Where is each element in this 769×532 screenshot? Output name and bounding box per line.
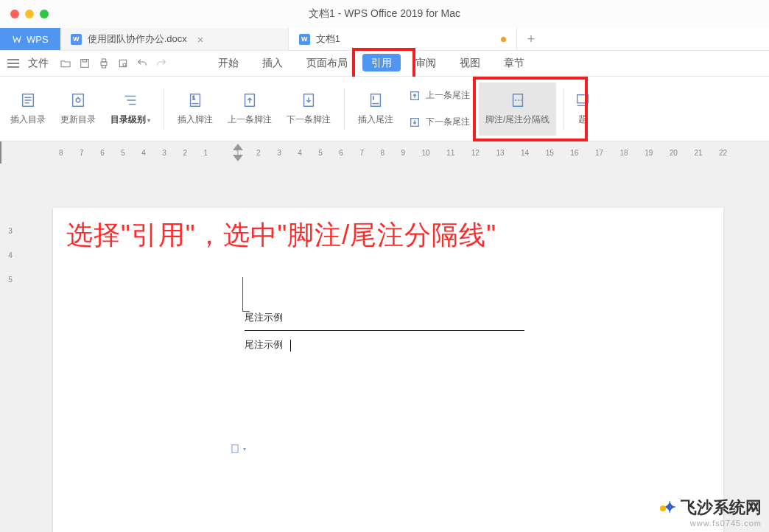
endnote-text: 尾注示例: [245, 338, 532, 351]
svg-rect-0: [81, 60, 89, 68]
menu-start[interactable]: 开始: [209, 54, 247, 73]
hamburger-icon[interactable]: [7, 59, 19, 68]
document-tab-active[interactable]: W 文档1: [289, 28, 517, 50]
caption-icon: [572, 91, 593, 109]
menu-view[interactable]: 视图: [451, 54, 489, 73]
document-tab[interactable]: W 使用团队协作办公.docx ×: [60, 28, 289, 50]
btn-label: 上一条脚注: [228, 113, 272, 126]
svg-text:1: 1: [192, 95, 195, 100]
watermark-text: 飞沙系统网: [681, 497, 762, 519]
prev-footnote-icon: [239, 91, 260, 109]
svg-point-6: [123, 63, 126, 66]
separator: [344, 88, 345, 130]
btn-label: 目录级别▾: [110, 113, 150, 126]
title-bar: 文档1 - WPS Office 2019 for Mac: [0, 0, 769, 28]
window-title: 文档1 - WPS Office 2019 for Mac: [309, 7, 460, 21]
close-window-icon[interactable]: [10, 10, 19, 18]
menu-bar: 文件 开始 插入 页面布局 引用 审阅 视图 章节: [0, 50, 769, 77]
svg-rect-3: [102, 59, 105, 62]
anchor-icon[interactable]: ▾: [230, 444, 246, 454]
wps-logo-icon: [12, 34, 22, 44]
endnote-text: 尾注示例: [245, 311, 532, 324]
btn-label: 下一条尾注: [426, 116, 470, 128]
doc-icon: W: [299, 34, 310, 45]
btn-label: 下一条脚注: [287, 113, 331, 126]
svg-rect-27: [577, 95, 589, 103]
document-page[interactable]: 尾注示例 尾注示例 ▾: [53, 208, 723, 532]
document-tabs: WPS W 使用团队协作办公.docx × W 文档1 +: [0, 28, 769, 50]
save-icon[interactable]: [78, 57, 91, 70]
update-toc-button[interactable]: 更新目录: [55, 83, 102, 136]
prev-footnote-button[interactable]: 上一条脚注: [222, 83, 278, 136]
menu-chapter[interactable]: 章节: [495, 54, 533, 73]
caption-button[interactable]: 题: [572, 83, 594, 136]
toc-icon: [18, 91, 38, 109]
btn-label: 脚注/尾注分隔线: [485, 113, 549, 126]
menu-review[interactable]: 审阅: [407, 54, 445, 73]
vertical-ruler: 345: [0, 164, 21, 532]
btn-label: 插入尾注: [358, 113, 393, 126]
next-footnote-button[interactable]: 下一条脚注: [281, 83, 337, 136]
watermark: ✦ 飞沙系统网 www.fs0745.com: [663, 497, 762, 528]
indent-marker-icon[interactable]: [233, 155, 243, 161]
text-cursor-icon: [290, 340, 291, 351]
insert-footnote-button[interactable]: 1 插入脚注: [172, 83, 219, 136]
wps-tab-label: WPS: [27, 34, 49, 45]
undo-icon[interactable]: [136, 57, 149, 70]
separator: [164, 88, 164, 130]
btn-label: 插入脚注: [178, 113, 213, 126]
toc-level-icon: [120, 91, 141, 109]
menu-insert[interactable]: 插入: [253, 54, 292, 73]
menu-references[interactable]: 引用: [362, 54, 401, 71]
watermark-logo-icon: ✦: [663, 498, 676, 517]
footnote-separator-button[interactable]: 脚注/尾注分隔线: [479, 83, 556, 136]
ruler-left-numbers: 87654321: [59, 149, 208, 157]
prev-endnote-icon: [408, 89, 421, 102]
close-icon[interactable]: ×: [197, 33, 204, 46]
doc-icon: W: [71, 34, 82, 45]
horizontal-ruler: 87654321 1234567891011121314151617181920…: [0, 141, 769, 164]
svg-text:i: i: [373, 96, 373, 100]
svg-rect-4: [102, 66, 105, 68]
svg-rect-11: [73, 94, 84, 107]
separator: [563, 88, 564, 130]
open-icon[interactable]: [59, 57, 72, 70]
tab-label: 使用团队协作办公.docx: [88, 32, 187, 46]
next-endnote-button[interactable]: 下一条尾注: [404, 111, 474, 134]
insert-endnote-button[interactable]: i 插入尾注: [352, 83, 399, 136]
insert-toc-button[interactable]: 插入目录: [4, 83, 52, 136]
ribbon-toolbar: 插入目录 更新目录 目录级别▾ 1 插入脚注 上一条脚注 下一条脚注 i 插入尾…: [0, 77, 769, 141]
separator-icon: [508, 91, 528, 109]
redo-icon[interactable]: [155, 57, 168, 70]
indent-marker-icon[interactable]: [233, 144, 243, 150]
next-endnote-icon: [408, 116, 421, 129]
print-icon[interactable]: [97, 57, 110, 70]
endnote-icon: i: [365, 91, 386, 109]
traffic-lights: [10, 10, 49, 18]
endnote-nav-group: 上一条尾注 下一条尾注: [402, 83, 476, 136]
btn-label: 题: [578, 113, 587, 126]
print-preview-icon[interactable]: [116, 57, 130, 70]
ruler-right-numbers: 12345678910111213141516171819202122: [236, 149, 727, 157]
prev-endnote-button[interactable]: 上一条尾注: [404, 84, 474, 108]
instruction-annotation: 选择"引用"，选中"脚注/尾注分隔线": [66, 217, 496, 253]
watermark-url: www.fs0745.com: [690, 519, 762, 528]
footnote-icon: 1: [185, 91, 206, 109]
toc-level-button[interactable]: 目录级别▾: [105, 83, 156, 136]
btn-label: 插入目录: [10, 113, 46, 126]
next-footnote-icon: [298, 91, 319, 109]
update-toc-icon: [68, 91, 88, 109]
svg-rect-1: [82, 60, 86, 62]
menu-page-layout[interactable]: 页面布局: [298, 54, 357, 73]
add-tab-button[interactable]: +: [517, 28, 546, 50]
wps-home-tab[interactable]: WPS: [0, 28, 60, 50]
file-menu[interactable]: 文件: [28, 57, 49, 70]
btn-label: 更新目录: [60, 113, 96, 126]
unsaved-indicator-icon: [501, 37, 506, 42]
btn-label: 上一条尾注: [426, 89, 470, 102]
endnote-separator-line: [245, 330, 524, 331]
tab-label: 文档1: [316, 32, 340, 46]
svg-rect-29: [232, 445, 238, 453]
maximize-window-icon[interactable]: [40, 10, 49, 18]
minimize-window-icon[interactable]: [25, 10, 34, 18]
